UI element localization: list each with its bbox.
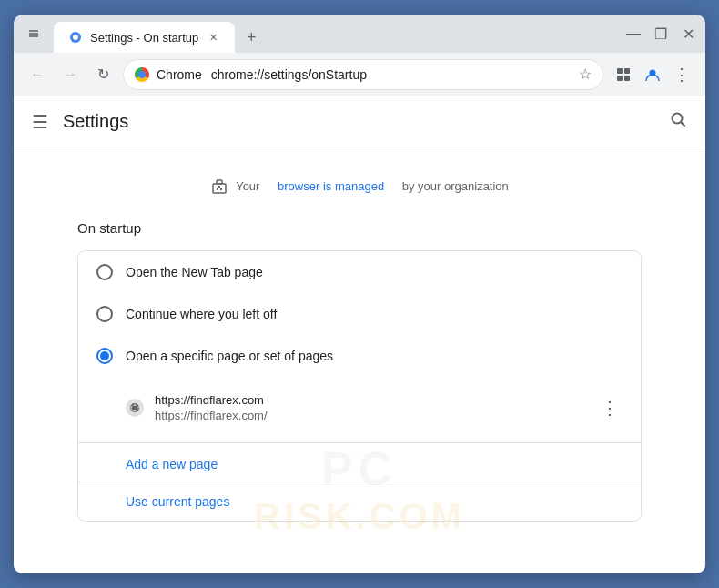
option-continue-label: Continue where you left off	[126, 307, 277, 321]
address-chrome-label: Chrome	[157, 67, 202, 82]
svg-point-1	[73, 35, 78, 40]
url-more-button[interactable]: ⋮	[597, 393, 623, 422]
active-tab[interactable]: Settings - On startup ✕	[54, 22, 235, 53]
star-icon[interactable]: ☆	[579, 66, 592, 83]
managed-banner: Your browser is managed by your organiza…	[77, 166, 642, 206]
browser-window: Settings - On startup ✕ + — ❐ ✕ ← → ↻ Ch…	[14, 15, 705, 573]
address-bar[interactable]: Chrome chrome://settings/onStartup ☆	[123, 59, 603, 90]
reload-button[interactable]: ↻	[90, 62, 116, 87]
section-title: On startup	[77, 220, 642, 236]
hamburger-menu-icon[interactable]: ☰	[32, 111, 48, 133]
svg-line-8	[682, 123, 685, 127]
page-body: Your browser is managed by your organiza…	[41, 147, 678, 540]
add-new-page-link[interactable]: Add a new page	[126, 457, 218, 471]
startup-url-row: https://findflarex.com https://findflare…	[126, 384, 623, 431]
tab-list-button[interactable]	[21, 21, 46, 46]
svg-rect-4	[617, 76, 623, 81]
url-line-2: https://findflarex.com/	[155, 409, 586, 422]
add-new-page-row: Add a new page	[78, 447, 641, 482]
radio-new-tab[interactable]	[96, 264, 113, 280]
tab-title: Settings - On startup	[90, 31, 198, 45]
chrome-menu-button[interactable]: ⋮	[669, 62, 694, 87]
option-specific-pages[interactable]: Open a specific page or set of pages	[78, 335, 641, 377]
svg-rect-12	[220, 188, 222, 190]
radio-selected-dot	[100, 351, 109, 360]
settings-content: ☰ Settings	[14, 96, 705, 573]
tab-close-button[interactable]: ✕	[206, 30, 220, 45]
extensions-button[interactable]	[611, 62, 636, 87]
page-title: Settings	[63, 111, 654, 132]
title-bar-left	[14, 15, 54, 53]
search-icon[interactable]	[669, 110, 687, 133]
option-new-tab[interactable]: Open the New Tab page	[78, 251, 641, 293]
svg-rect-3	[624, 68, 630, 74]
title-bar: Settings - On startup ✕ + — ❐ ✕	[14, 15, 705, 53]
svg-rect-11	[217, 188, 218, 190]
new-tab-button[interactable]: +	[238, 25, 264, 50]
svg-rect-13	[218, 186, 220, 188]
startup-urls-section: https://findflarex.com https://findflare…	[78, 377, 641, 439]
svg-rect-5	[624, 76, 630, 81]
option-continue[interactable]: Continue where you left off	[78, 293, 641, 335]
address-text: chrome://settings/onStartup	[211, 67, 572, 82]
tab-strip: Settings - On startup ✕ +	[54, 15, 616, 53]
url-text-block: https://findflarex.com https://findflare…	[155, 393, 586, 422]
maximize-button[interactable]: ❐	[654, 27, 667, 40]
forward-button[interactable]: →	[57, 62, 83, 87]
chrome-logo-icon	[135, 67, 149, 82]
use-current-pages-row: Use current pages	[78, 482, 641, 521]
option-new-tab-label: Open the New Tab page	[126, 265, 263, 279]
managed-text-after: by your organization	[402, 179, 509, 193]
svg-rect-10	[217, 180, 222, 184]
svg-rect-2	[617, 68, 623, 74]
url-line-1: https://findflarex.com	[155, 393, 586, 407]
options-card: Open the New Tab page Continue where you…	[77, 250, 642, 522]
settings-header: ☰ Settings	[14, 96, 705, 147]
radio-specific-pages[interactable]	[96, 348, 113, 364]
window-controls: — ❐ ✕	[616, 15, 705, 53]
managed-text-before: Your	[236, 179, 259, 193]
back-button[interactable]: ←	[25, 62, 50, 87]
use-current-pages-link[interactable]: Use current pages	[126, 494, 229, 509]
managed-link[interactable]: browser is managed	[278, 179, 384, 193]
building-icon	[210, 177, 228, 195]
url-favicon	[126, 399, 144, 417]
minimize-button[interactable]: —	[627, 27, 640, 40]
tab-favicon	[68, 30, 83, 45]
toolbar: ← → ↻ Chrome chrome://settings/onStartup…	[14, 53, 705, 96]
close-button[interactable]: ✕	[682, 27, 694, 40]
option-specific-pages-label: Open a specific page or set of pages	[126, 349, 333, 363]
toolbar-actions: ⋮	[611, 62, 694, 87]
radio-continue[interactable]	[96, 306, 113, 322]
divider	[78, 442, 641, 443]
profile-button[interactable]	[640, 62, 665, 87]
svg-rect-9	[213, 184, 226, 193]
